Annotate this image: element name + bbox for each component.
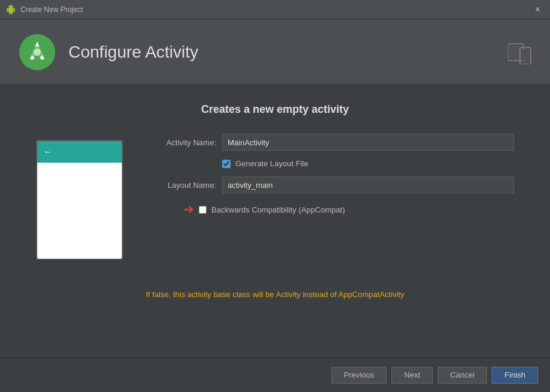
compat-checkbox-wrap: Backwards Compatibility (AppCompat)	[199, 205, 345, 214]
title-bar-left: Create New Project	[6, 5, 83, 14]
backwards-compat-label: Backwards Compatibility (AppCompat)	[211, 205, 345, 214]
generate-layout-row: Generate Layout File	[147, 159, 514, 168]
activity-name-input[interactable]	[222, 134, 514, 151]
title-bar: Create New Project ×	[0, 0, 550, 19]
backwards-compat-checkbox[interactable]	[199, 206, 207, 214]
header-title: Configure Activity	[68, 43, 496, 62]
phone-tablet-icon	[508, 40, 532, 64]
red-arrow-icon: ➜	[183, 202, 194, 217]
device-icons	[508, 40, 532, 64]
form-container: ← Activity Name: Generate Layout File	[36, 134, 514, 260]
activity-name-row: Activity Name:	[147, 134, 514, 151]
activity-name-label: Activity Name:	[147, 138, 216, 147]
info-text: If false, this activity base class will …	[36, 290, 514, 299]
svg-rect-7	[521, 49, 530, 61]
header: Configure Activity	[0, 19, 550, 85]
back-arrow-icon: ←	[43, 146, 53, 157]
close-button[interactable]: ×	[531, 4, 544, 16]
cancel-button[interactable]: Cancel	[438, 367, 487, 384]
svg-point-8	[525, 61, 526, 62]
android-icon	[6, 5, 16, 14]
content-wrapper: Creates a new empty activity ← Activity …	[0, 85, 550, 392]
next-button[interactable]: Next	[391, 367, 433, 384]
svg-point-2	[34, 49, 41, 56]
phone-body	[37, 163, 122, 259]
generate-layout-checkbox[interactable]	[222, 160, 231, 168]
backwards-compat-row: ➜ Backwards Compatibility (AppCompat)	[147, 202, 514, 217]
studio-logo	[18, 33, 56, 71]
phone-preview: ←	[36, 140, 123, 260]
footer: Previous Next Cancel Finish	[0, 357, 550, 392]
section-title: Creates a new empty activity	[36, 103, 514, 116]
layout-name-label: Layout Name:	[147, 181, 216, 190]
form-fields: Activity Name: Generate Layout File Layo…	[147, 134, 514, 217]
scrollable-area: Creates a new empty activity ← Activity …	[0, 85, 550, 392]
layout-name-row: Layout Name:	[147, 176, 514, 193]
layout-name-input[interactable]	[222, 176, 514, 193]
generate-layout-label: Generate Layout File	[235, 159, 308, 168]
finish-button[interactable]: Finish	[492, 367, 538, 384]
phone-top-bar: ←	[37, 141, 122, 163]
title-bar-title: Create New Project	[20, 5, 83, 14]
svg-point-5	[515, 58, 516, 59]
previous-button[interactable]: Previous	[331, 367, 387, 384]
